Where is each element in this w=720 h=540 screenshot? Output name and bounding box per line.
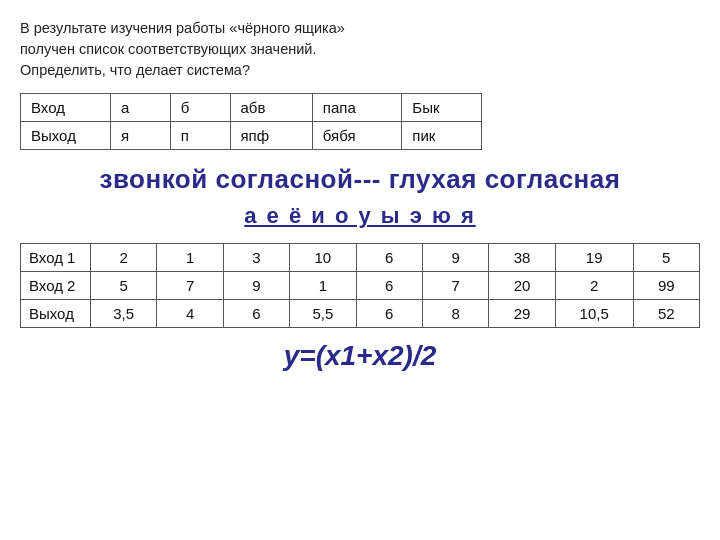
table-row: Вход а б абв папа Бык [21, 94, 482, 122]
row1-col2: б [170, 94, 230, 122]
formula: y=(x1+x2)/2 [20, 340, 700, 372]
row2-col5: пик [402, 122, 482, 150]
t2-r1-label: Вход 1 [21, 244, 91, 272]
t2-r3-c6: 8 [422, 300, 488, 328]
t2-r2-c1: 5 [91, 272, 157, 300]
t2-r1-c2: 1 [157, 244, 223, 272]
t2-r3-c7: 29 [489, 300, 555, 328]
t2-r2-c2: 7 [157, 272, 223, 300]
t2-r3-c8: 10,5 [555, 300, 633, 328]
row2-label: Выход [21, 122, 111, 150]
desc-line3: Определить, что делает система? [20, 60, 700, 81]
row1-col1: а [111, 94, 171, 122]
t2-r1-c6: 9 [422, 244, 488, 272]
table-row: Выход я п япф бябя пик [21, 122, 482, 150]
t2-r3-c3: 6 [223, 300, 289, 328]
row1-label: Вход [21, 94, 111, 122]
row2-col1: я [111, 122, 171, 150]
t2-r1-c9: 5 [633, 244, 699, 272]
t2-r3-c4: 5,5 [290, 300, 356, 328]
t2-r2-c4: 1 [290, 272, 356, 300]
t2-r3-c5: 6 [356, 300, 422, 328]
row1-col5: Бык [402, 94, 482, 122]
table-row: Вход 1 2 1 3 10 6 9 38 19 5 [21, 244, 700, 272]
t2-r3-label: Выход [21, 300, 91, 328]
t2-r1-c1: 2 [91, 244, 157, 272]
t2-r1-c3: 3 [223, 244, 289, 272]
row1-col4: папа [312, 94, 402, 122]
big-text: звонкой согласной--- глухая согласная [20, 164, 700, 195]
t2-r2-c3: 9 [223, 272, 289, 300]
description: В результате изучения работы «чёрного ящ… [20, 18, 700, 81]
table-row: Вход 2 5 7 9 1 6 7 20 2 99 [21, 272, 700, 300]
t2-r3-c1: 3,5 [91, 300, 157, 328]
table1: Вход а б абв папа Бык Выход я п япф бябя… [20, 93, 482, 150]
table-row: Выход 3,5 4 6 5,5 6 8 29 10,5 52 [21, 300, 700, 328]
row2-col2: п [170, 122, 230, 150]
t2-r1-c4: 10 [290, 244, 356, 272]
t2-r2-label: Вход 2 [21, 272, 91, 300]
desc-line1: В результате изучения работы «чёрного ящ… [20, 18, 700, 39]
row2-col4: бябя [312, 122, 402, 150]
t2-r2-c8: 2 [555, 272, 633, 300]
vowels-text: а е ё и о у ы э ю я [20, 203, 700, 229]
table2: Вход 1 2 1 3 10 6 9 38 19 5 Вход 2 5 7 9… [20, 243, 700, 328]
t2-r1-c5: 6 [356, 244, 422, 272]
t2-r1-c7: 38 [489, 244, 555, 272]
t2-r3-c9: 52 [633, 300, 699, 328]
t2-r2-c6: 7 [422, 272, 488, 300]
t2-r2-c5: 6 [356, 272, 422, 300]
t2-r1-c8: 19 [555, 244, 633, 272]
desc-line2: получен список соответствующих значений. [20, 39, 700, 60]
t2-r2-c9: 99 [633, 272, 699, 300]
row1-col3: абв [230, 94, 312, 122]
t2-r3-c2: 4 [157, 300, 223, 328]
row2-col3: япф [230, 122, 312, 150]
t2-r2-c7: 20 [489, 272, 555, 300]
